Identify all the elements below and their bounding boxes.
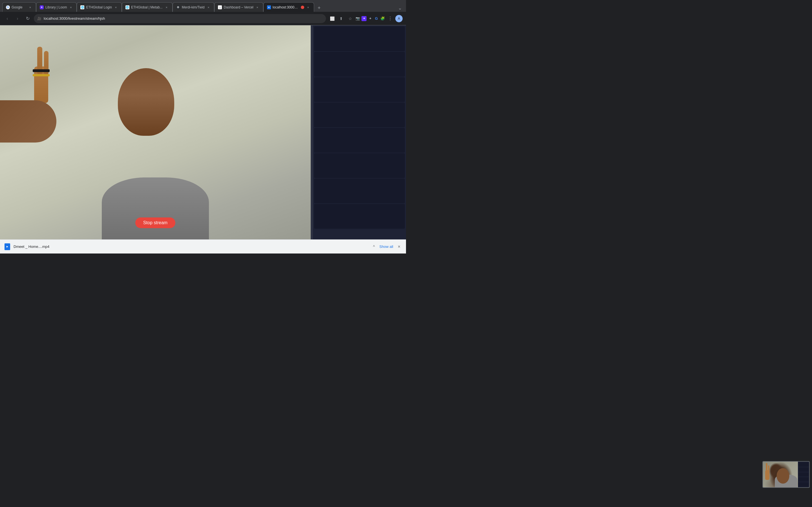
browser-menu-icon[interactable]: ⋮ (386, 15, 394, 22)
sidebar-card-2 (314, 52, 405, 76)
sidebar-divider (311, 25, 313, 239)
download-close-button[interactable]: × (397, 243, 402, 250)
tab-close-google[interactable]: × (28, 5, 33, 10)
tab-close-vercel[interactable]: × (255, 5, 260, 10)
reload-button[interactable]: ↻ (24, 15, 32, 22)
tab-close-eth-metab[interactable]: × (164, 5, 169, 10)
ext-g-icon[interactable]: G (374, 16, 379, 21)
sidebar-card-1 (314, 26, 405, 51)
forward-button[interactable]: › (13, 15, 21, 22)
tab-google[interactable]: G Google × (2, 2, 36, 12)
back-button[interactable]: ‹ (3, 15, 11, 22)
tab-bar: G Google × ✦ Library | Loom × 🌐 ETHGloba… (0, 0, 406, 12)
file-type-icon: ▶ (6, 245, 8, 248)
stop-stream-button[interactable]: Stop stream (135, 217, 175, 228)
tab-favicon-google: G (6, 5, 10, 9)
sidebar-card-8 (314, 204, 405, 229)
show-all-button[interactable]: Show all (379, 244, 393, 249)
tab-favicon-localhost: ● (267, 5, 271, 9)
forward-icon: › (17, 16, 18, 21)
tab-expand-button[interactable]: ⌄ (396, 4, 404, 12)
download-bar: ▶ Dmeet _ Home....mp4 ^ Show all × (0, 239, 406, 253)
tab-dashboard-vercel[interactable]: ▲ Dashboard – Vercel × (214, 2, 263, 12)
tab-close-loom[interactable]: × (68, 5, 73, 10)
back-icon: ‹ (6, 16, 8, 21)
sidebar-card-7 (314, 179, 405, 203)
download-file-icon: ▶ (4, 243, 10, 250)
new-tab-button[interactable]: + (315, 4, 323, 12)
sidebar-card-5 (314, 128, 405, 153)
head (118, 68, 174, 136)
lock-icon: 🎥 (37, 17, 42, 20)
tab-localhost[interactable]: ● localhost:3000/li... × (263, 2, 314, 12)
recording-indicator (301, 6, 304, 9)
tab-close-gh[interactable]: × (206, 5, 211, 10)
body-shirt (102, 177, 209, 239)
reload-icon: ↻ (26, 16, 30, 21)
person-layer (0, 25, 311, 239)
ext-loom-icon[interactable]: ✦ (361, 16, 366, 21)
tab-favicon-vercel: ▲ (218, 5, 222, 9)
address-text: localhost:3000/livestream/stream/hjsh (44, 16, 322, 20)
toolbar-icons: ⬜ ⬆ ☆ 📷 ✦ ✦ G 🧩 ⋮ A (328, 15, 403, 22)
sidebar-card-6 (314, 153, 405, 178)
tab-favicon-eth2: 🌐 (125, 5, 130, 9)
tab-label-google: Google (11, 5, 26, 9)
tab-label-merdi-kim: Merdi-kim/Twid (182, 5, 205, 9)
tab-label-loom: Library | Loom (45, 5, 67, 9)
ext-star-icon[interactable]: ✦ (368, 16, 373, 21)
share-icon[interactable]: ⬆ (337, 15, 345, 22)
browser-frame: G Google × ✦ Library | Loom × 🌐 ETHGloba… (0, 0, 406, 253)
video-area: Stop stream (0, 25, 311, 239)
sidebar-card-3 (314, 77, 405, 102)
tab-library-loom[interactable]: ✦ Library | Loom × (36, 2, 77, 12)
tab-favicon-loom: ✦ (40, 5, 44, 9)
bookmark-icon[interactable]: ☆ (346, 15, 354, 22)
address-input-wrap[interactable]: 🎥 localhost:3000/livestream/stream/hjsh (34, 14, 326, 23)
address-bar: ‹ › ↻ 🎥 localhost:3000/livestream/stream… (0, 12, 406, 25)
tab-close-eth-login[interactable]: × (114, 5, 118, 10)
sidebar-card-4 (314, 103, 405, 127)
tab-label-dashboard-vercel: Dashboard – Vercel (223, 5, 253, 9)
bracelet-gold (33, 74, 50, 76)
right-sidebar (313, 25, 406, 239)
main-content: Stop stream (0, 25, 406, 239)
tab-favicon-gh: ⊕ (176, 5, 180, 9)
tab-ethglobal-login[interactable]: 🌐 ETHGlobal Login × (77, 2, 121, 12)
video-placeholder: Stop stream (0, 25, 311, 239)
tab-label-ethglobal-login: ETHGlobal Login (86, 5, 112, 9)
tab-ethglobal-metab[interactable]: 🌐 ETHGlobal | Metab... × (122, 2, 172, 12)
tab-merdi-kim[interactable]: ⊕ Merdi-kim/Twid × (172, 2, 214, 12)
tab-label-localhost: localhost:3000/li... (273, 5, 299, 9)
cast-icon[interactable]: ⬜ (328, 15, 336, 22)
tab-close-localhost[interactable]: × (306, 5, 310, 10)
tab-label-ethglobal-metab: ETHGlobal | Metab... (131, 5, 163, 9)
arm (0, 100, 56, 143)
download-expand-arrow[interactable]: ^ (372, 243, 376, 250)
tab-favicon-eth: 🌐 (80, 5, 84, 9)
hand-area (25, 47, 56, 103)
ext-puzzle-icon[interactable]: 🧩 (380, 16, 385, 21)
download-filename: Dmeet _ Home....mp4 (13, 244, 368, 249)
ext-camera-icon[interactable]: 📷 (355, 16, 360, 21)
profile-avatar[interactable]: A (395, 15, 403, 22)
bracelet-black (33, 69, 50, 72)
